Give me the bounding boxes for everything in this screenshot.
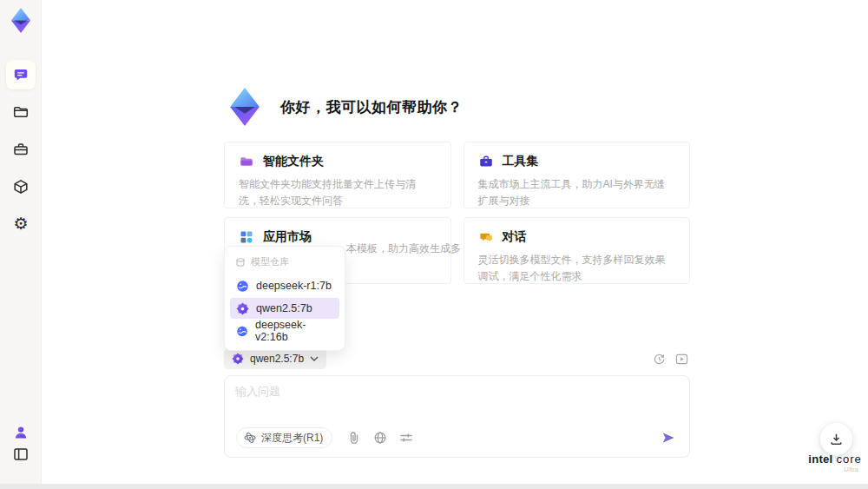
app-logo-icon (6, 6, 36, 35)
sidebar-item-files[interactable] (6, 97, 36, 127)
chat-icon (12, 66, 30, 83)
bottom-strip (0, 484, 868, 489)
model-option-qwen[interactable]: qwen2.5:7b (230, 298, 339, 319)
dialogue-bubbles-icon (478, 229, 494, 245)
intel-badge: intel core Ultra (808, 453, 862, 473)
qwen-icon (232, 353, 244, 365)
sidebar-item-models[interactable] (6, 172, 36, 202)
sidebar: ⚙ (0, 0, 42, 484)
assistant-logo-icon (222, 86, 267, 128)
model-option-label: deepseek-r1:7b (256, 280, 332, 292)
history-icon (653, 353, 666, 366)
deepseek-icon (236, 325, 248, 338)
gear-icon: ⚙ (13, 215, 28, 232)
composer-toolbar: 深度思考(R1) (236, 426, 678, 449)
model-option-label: deepseek-v2:16b (255, 319, 333, 343)
tuning-button[interactable] (398, 430, 414, 446)
deep-thinking-label: 深度思考(R1) (261, 431, 323, 446)
deep-thinking-atom-icon (244, 432, 256, 444)
model-dropdown-header: 模型仓库 (228, 253, 341, 274)
panel-icon (12, 446, 30, 463)
card-toolset[interactable]: 工具集 集成市场上主流工具，助力AI与外界无缝扩展与对接 (464, 142, 691, 208)
video-icon (675, 354, 688, 365)
toolset-briefcase-icon (478, 154, 494, 169)
send-icon (661, 431, 676, 445)
globe-icon (373, 431, 387, 445)
model-dropdown: 模型仓库 deepseek-r1:7b qwen2.5:7b (224, 246, 345, 351)
send-button[interactable] (659, 429, 678, 446)
app-logo (6, 5, 36, 35)
model-option-deepseek-v2[interactable]: deepseek-v2:16b (230, 320, 339, 341)
web-search-button[interactable] (372, 430, 388, 446)
chevron-down-icon (310, 356, 319, 361)
app-market-grid-icon (239, 229, 254, 245)
repo-icon (235, 257, 246, 268)
model-selector[interactable]: qwen2.5:7b (224, 348, 326, 369)
qwen-icon (236, 302, 249, 315)
card-dialogue[interactable]: 对话 灵活切换多模型文件，支持多样回复效果调试，满足个性化需求 (464, 217, 691, 284)
deep-thinking-toggle[interactable]: 深度思考(R1) (236, 427, 332, 448)
composer: 深度思考(R1) (224, 375, 690, 458)
intel-word: intel (808, 453, 832, 466)
model-option-label: qwen2.5:7b (256, 302, 312, 314)
video-button[interactable] (673, 351, 690, 367)
card-desc: 集成市场上主流工具，助力AI与外界无缝扩展与对接 (478, 176, 678, 208)
app-window: ⚙ 你好，我可以如何帮助你？ (0, 0, 868, 489)
folder-icon (12, 103, 30, 121)
card-title: 应用市场 (263, 229, 312, 245)
composer-icons (346, 430, 414, 446)
model-dropdown-header-label: 模型仓库 (251, 255, 289, 268)
model-selector-row: qwen2.5:7b (224, 348, 690, 369)
sidebar-item-toolbox[interactable] (6, 135, 36, 164)
history-button[interactable] (650, 351, 667, 367)
card-title: 对话 (503, 229, 527, 245)
cube-icon (12, 178, 30, 195)
card-desc-partial: 本模板，助力高效生成多 (346, 241, 466, 257)
purple-folder-icon (239, 154, 254, 169)
model-selector-value: qwen2.5:7b (250, 353, 304, 365)
sidebar-item-chat[interactable] (6, 60, 36, 89)
attachment-icon (348, 431, 360, 445)
download-fab[interactable] (820, 423, 852, 455)
model-option-deepseek-r1[interactable]: deepseek-r1:7b (230, 275, 339, 296)
download-icon (829, 432, 844, 446)
sliders-icon (399, 432, 413, 444)
toolbox-icon (12, 141, 30, 158)
card-title: 智能文件夹 (263, 154, 324, 169)
sidebar-toggle[interactable] (6, 439, 36, 469)
card-desc: 智能文件夹功能支持批量文件上传与清洗，轻松实现文件问答 (239, 176, 438, 208)
card-desc: 灵活切换多模型文件，支持多样回复效果调试，满足个性化需求 (478, 252, 678, 284)
greeting-title: 你好，我可以如何帮助你？ (280, 97, 463, 117)
card-title: 工具集 (503, 154, 539, 169)
attach-button[interactable] (346, 430, 362, 446)
greeting-block: 你好，我可以如何帮助你？ (222, 83, 463, 130)
sidebar-item-settings[interactable]: ⚙ (6, 208, 36, 238)
card-smart-folder[interactable]: 智能文件夹 智能文件夹功能支持批量文件上传与清洗，轻松实现文件问答 (224, 142, 451, 208)
intel-sub-text: Ultra (808, 466, 862, 473)
user-icon (12, 424, 30, 441)
message-input[interactable] (235, 384, 678, 424)
deepseek-icon (236, 280, 249, 293)
